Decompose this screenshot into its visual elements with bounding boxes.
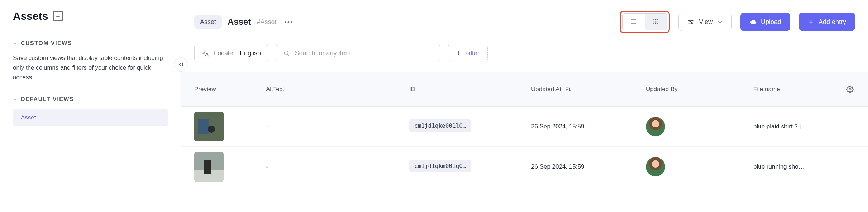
svg-point-10 (657, 19, 658, 20)
filter-button-label: Filter (465, 50, 480, 57)
custom-views-header[interactable]: CUSTOM VIEWS (13, 40, 168, 47)
plus-icon (456, 50, 462, 56)
svg-point-13 (657, 22, 658, 23)
collapse-icon (178, 61, 184, 68)
filter-bar: Locale: English Filter (181, 39, 868, 72)
id-chip[interactable]: cm1jd1qkm001q0… (409, 160, 471, 172)
locale-selector[interactable]: Locale: English (194, 44, 268, 62)
default-views-header[interactable]: DEFAULT VIEWS (13, 96, 168, 103)
svg-line-24 (288, 55, 289, 56)
sidebar-collapse-button[interactable] (174, 57, 188, 72)
cell-id: cm1jd1qke001l0… (409, 119, 531, 134)
col-alttext[interactable]: AltText (266, 86, 409, 93)
table-row[interactable]: - cm1jd1qke001l0… 26 Sep 2024, 15:59 blu… (181, 107, 868, 147)
sort-desc-icon (565, 86, 571, 93)
svg-point-12 (655, 22, 657, 23)
image-placeholder-icon (194, 112, 224, 141)
id-chip[interactable]: cm1jd1qke001l0… (409, 119, 471, 132)
caret-down-icon (13, 97, 17, 102)
custom-views-label: CUSTOM VIEWS (21, 40, 72, 47)
cell-filename: blue plaid shirt 3.j… (753, 123, 830, 130)
translate-icon (202, 50, 209, 57)
svg-marker-4 (14, 99, 16, 100)
col-preview[interactable]: Preview (194, 86, 266, 93)
svg-point-8 (653, 19, 654, 20)
columns-settings-button[interactable] (830, 86, 855, 93)
col-updated-at[interactable]: Updated At (531, 86, 646, 93)
topbar: Asset Asset #Asset ••• (181, 0, 868, 39)
svg-point-31 (849, 88, 851, 90)
grid-view-button[interactable] (645, 14, 667, 30)
svg-marker-3 (14, 43, 16, 44)
add-filter-button[interactable]: Filter (448, 44, 488, 62)
page-title: Assets (13, 10, 48, 22)
cell-updated-at: 26 Sep 2024, 15:59 (531, 123, 646, 130)
sidebar: Assets CUSTOM VIEWS Save custom views th… (0, 0, 181, 212)
image-placeholder-icon (194, 152, 224, 182)
svg-point-23 (284, 51, 288, 55)
main-content: Asset Asset #Asset ••• (181, 0, 868, 212)
svg-point-19 (690, 20, 691, 21)
sidebar-item-asset[interactable]: Asset (13, 109, 168, 126)
table-row[interactable]: - cm1jd1qkm001q0… 26 Sep 2024, 15:59 blu… (181, 147, 868, 187)
locale-value: English (240, 50, 261, 57)
svg-point-34 (208, 126, 215, 133)
preview-thumbnail (194, 112, 224, 141)
breadcrumb-title: Asset (228, 17, 251, 27)
chevron-down-icon (717, 19, 723, 25)
more-menu-button[interactable]: ••• (282, 17, 295, 27)
svg-point-9 (655, 19, 657, 20)
add-entry-button-label: Add entry (819, 18, 846, 26)
cell-alttext: - (266, 123, 409, 130)
add-entry-button[interactable]: Add entry (799, 13, 855, 31)
caret-down-icon (13, 41, 17, 46)
assets-table: Preview AltText ID Updated At Updated By… (181, 72, 868, 187)
col-updated-at-label: Updated At (531, 86, 561, 93)
search-box[interactable] (276, 44, 440, 62)
svg-point-15 (655, 23, 657, 24)
default-views-label: DEFAULT VIEWS (21, 96, 74, 103)
custom-views-description: Save custom views that display table con… (13, 53, 168, 83)
cell-preview (194, 152, 266, 182)
plus-icon (808, 19, 814, 25)
search-input[interactable] (295, 50, 433, 57)
cell-preview (194, 112, 266, 141)
sliders-icon (687, 18, 695, 25)
cell-id: cm1jd1qkm001q0… (409, 160, 531, 174)
locale-label: Locale: (214, 50, 235, 57)
gear-icon (846, 86, 854, 93)
plus-icon (56, 14, 61, 19)
cell-alttext: - (266, 163, 409, 170)
view-toggle-highlight (620, 11, 670, 33)
avatar[interactable] (646, 117, 665, 136)
view-button-label: View (699, 18, 713, 26)
search-icon (283, 50, 290, 57)
svg-point-20 (691, 23, 692, 24)
upload-button[interactable]: Upload (740, 13, 790, 31)
svg-rect-37 (204, 160, 211, 174)
cell-updated-at: 26 Sep 2024, 15:59 (531, 163, 646, 170)
col-id[interactable]: ID (409, 86, 531, 93)
cloud-upload-icon (749, 18, 757, 25)
svg-point-16 (657, 23, 658, 24)
avatar[interactable] (646, 157, 665, 176)
svg-point-11 (653, 22, 654, 23)
add-view-button[interactable] (53, 11, 63, 21)
svg-rect-33 (198, 119, 209, 134)
upload-button-label: Upload (761, 18, 781, 26)
cell-updated-by (646, 117, 753, 136)
list-view-button[interactable] (623, 14, 645, 30)
breadcrumb: Asset Asset #Asset ••• (194, 15, 295, 29)
cell-updated-by (646, 157, 753, 176)
top-actions: View Upload Add entry (620, 11, 855, 33)
list-icon (630, 18, 638, 26)
table-header-row: Preview AltText ID Updated At Updated By… (181, 72, 868, 107)
grid-icon (652, 18, 660, 26)
breadcrumb-id: #Asset (257, 18, 276, 26)
col-updated-by[interactable]: Updated By (646, 86, 753, 93)
svg-point-14 (653, 23, 654, 24)
breadcrumb-chip[interactable]: Asset (194, 15, 222, 29)
col-filename[interactable]: File name (753, 86, 830, 93)
preview-thumbnail (194, 152, 224, 182)
view-menu-button[interactable]: View (678, 13, 732, 31)
